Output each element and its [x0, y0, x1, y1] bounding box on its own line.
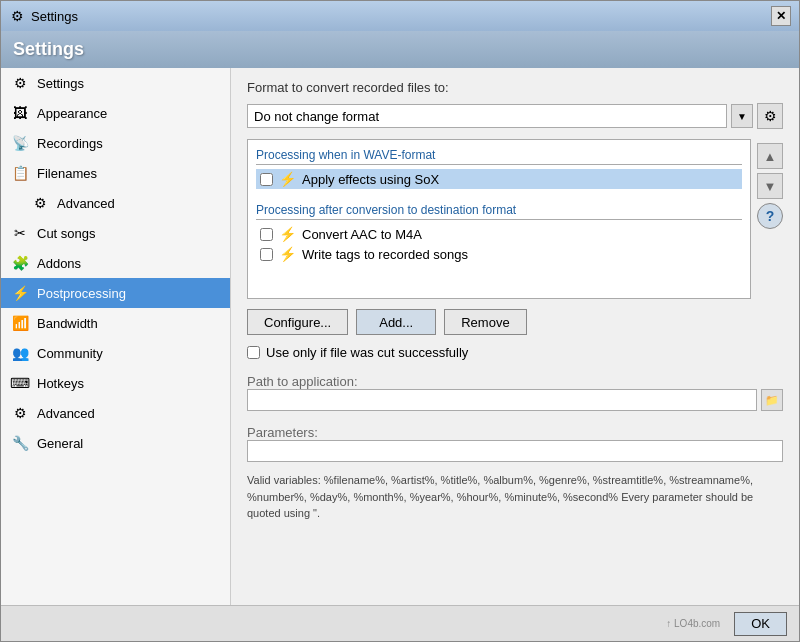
lightning-icon-1: ⚡: [279, 171, 296, 187]
path-section: Path to application: 📁: [247, 370, 783, 411]
conversion-section-title: Processing after conversion to destinati…: [256, 203, 742, 220]
convert-aac-checkbox[interactable]: [260, 228, 273, 241]
path-label: Path to application:: [247, 374, 783, 389]
help-text: Valid variables: %filename%, %artist%, %…: [247, 472, 783, 522]
appearance-icon: 🖼: [11, 104, 29, 122]
write-tags-item: ⚡ Write tags to recorded songs: [256, 244, 742, 264]
advanced-sub-icon: ⚙: [31, 194, 49, 212]
sidebar-item-hotkeys[interactable]: ⌨ Hotkeys: [1, 368, 230, 398]
convert-aac-label: Convert AAC to M4A: [302, 227, 422, 242]
sidebar-item-appearance[interactable]: 🖼 Appearance: [1, 98, 230, 128]
move-up-button[interactable]: ▲: [757, 143, 783, 169]
sidebar-item-addons[interactable]: 🧩 Addons: [1, 248, 230, 278]
use-only-checkbox[interactable]: [247, 346, 260, 359]
sidebar-item-advanced-sub[interactable]: ⚙ Advanced: [1, 188, 230, 218]
add-button[interactable]: Add...: [356, 309, 436, 335]
hotkeys-icon: ⌨: [11, 374, 29, 392]
settings-window: ⚙ Settings ✕ Settings ⚙ Settings 🖼 Appea…: [0, 0, 800, 642]
settings-icon: ⚙: [11, 74, 29, 92]
title-bar: ⚙ Settings ✕: [1, 1, 799, 31]
convert-aac-item: ⚡ Convert AAC to M4A: [256, 224, 742, 244]
apply-sox-checkbox[interactable]: [260, 173, 273, 186]
sidebar-item-cut-songs[interactable]: ✂ Cut songs: [1, 218, 230, 248]
lightning-icon-3: ⚡: [279, 246, 296, 262]
help-button[interactable]: ?: [757, 203, 783, 229]
addons-icon: 🧩: [11, 254, 29, 272]
move-down-button[interactable]: ▼: [757, 173, 783, 199]
sidebar-item-bandwidth[interactable]: 📶 Bandwidth: [1, 308, 230, 338]
format-gear-button[interactable]: ⚙: [757, 103, 783, 129]
path-input[interactable]: [247, 389, 757, 411]
sidebar-item-general[interactable]: 🔧 General: [1, 428, 230, 458]
close-button[interactable]: ✕: [771, 6, 791, 26]
apply-sox-label: Apply effects using SoX: [302, 172, 439, 187]
processing-box: Processing when in WAVE-format ⚡ Apply e…: [247, 139, 751, 299]
bottom-bar: ↑ LO4b.com OK: [1, 605, 799, 641]
params-input[interactable]: [247, 440, 783, 462]
path-row: 📁: [247, 389, 783, 411]
write-tags-label: Write tags to recorded songs: [302, 247, 468, 262]
sidebar-item-settings[interactable]: ⚙ Settings: [1, 68, 230, 98]
wave-section-title: Processing when in WAVE-format: [256, 148, 742, 165]
processing-area: Processing when in WAVE-format ⚡ Apply e…: [247, 139, 783, 299]
postprocessing-icon: ⚡: [11, 284, 29, 302]
configure-button[interactable]: Configure...: [247, 309, 348, 335]
select-arrow-icon[interactable]: ▼: [731, 104, 753, 128]
sidebar-item-recordings[interactable]: 📡 Recordings: [1, 128, 230, 158]
format-section: Format to convert recorded files to: Do …: [247, 80, 783, 129]
write-tags-checkbox[interactable]: [260, 248, 273, 261]
main-panel: Format to convert recorded files to: Do …: [231, 68, 799, 605]
wave-section: Processing when in WAVE-format ⚡ Apply e…: [256, 148, 742, 189]
community-icon: 👥: [11, 344, 29, 362]
conversion-section: Processing after conversion to destinati…: [256, 203, 742, 264]
sidebar-item-community[interactable]: 👥 Community: [1, 338, 230, 368]
apply-sox-item: ⚡ Apply effects using SoX: [256, 169, 742, 189]
sidebar-item-postprocessing[interactable]: ⚡ Postprocessing: [1, 278, 230, 308]
sidebar-item-filenames[interactable]: 📋 Filenames: [1, 158, 230, 188]
sidebar: ⚙ Settings 🖼 Appearance 📡 Recordings 📋 F…: [1, 68, 231, 605]
advanced-icon: ⚙: [11, 404, 29, 422]
use-only-row: Use only if file was cut successfully: [247, 345, 783, 360]
params-label: Parameters:: [247, 425, 783, 440]
recordings-icon: 📡: [11, 134, 29, 152]
format-label: Format to convert recorded files to:: [247, 80, 783, 95]
page-title: Settings: [1, 31, 799, 68]
remove-button[interactable]: Remove: [444, 309, 526, 335]
ok-button[interactable]: OK: [734, 612, 787, 636]
window-icon: ⚙: [9, 8, 25, 24]
general-icon: 🔧: [11, 434, 29, 452]
filenames-icon: 📋: [11, 164, 29, 182]
sidebar-item-advanced[interactable]: ⚙ Advanced: [1, 398, 230, 428]
action-buttons: Configure... Add... Remove: [247, 309, 783, 335]
lightning-icon-2: ⚡: [279, 226, 296, 242]
params-section: Parameters:: [247, 421, 783, 462]
use-only-label: Use only if file was cut successfully: [266, 345, 468, 360]
title-bar-text: Settings: [31, 9, 765, 24]
arrow-column: ▲ ▼ ?: [757, 139, 783, 299]
format-select-wrapper: Do not change format ▼ ⚙: [247, 103, 783, 129]
format-select[interactable]: Do not change format: [247, 104, 727, 128]
browse-button[interactable]: 📁: [761, 389, 783, 411]
bandwidth-icon: 📶: [11, 314, 29, 332]
watermark-text: ↑ LO4b.com: [666, 618, 720, 629]
content-area: ⚙ Settings 🖼 Appearance 📡 Recordings 📋 F…: [1, 68, 799, 605]
cut-songs-icon: ✂: [11, 224, 29, 242]
